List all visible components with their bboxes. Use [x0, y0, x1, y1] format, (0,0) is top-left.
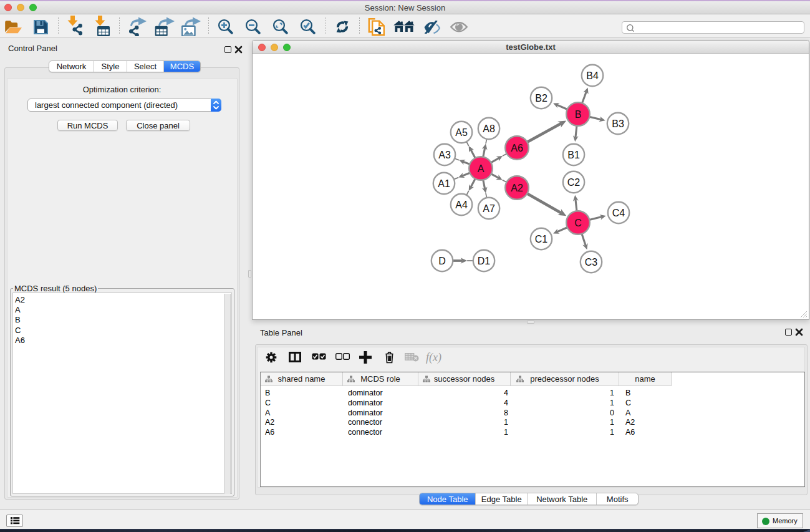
svg-text:A6: A6: [511, 143, 523, 153]
svg-text:A4: A4: [455, 200, 468, 210]
svg-text:B3: B3: [612, 118, 624, 129]
svg-text:A3: A3: [438, 150, 451, 160]
svg-text:A8: A8: [483, 123, 495, 134]
svg-text:B: B: [575, 109, 582, 120]
svg-text:C2: C2: [567, 177, 581, 188]
svg-text:A2: A2: [511, 183, 523, 193]
svg-text:A: A: [478, 163, 485, 174]
svg-text:B4: B4: [586, 70, 599, 81]
svg-text:A1: A1: [438, 178, 450, 189]
svg-text:D: D: [438, 256, 446, 266]
svg-text:C: C: [574, 218, 582, 228]
svg-text:A7: A7: [483, 203, 495, 214]
svg-text:D1: D1: [478, 256, 491, 266]
svg-text:A5: A5: [455, 127, 468, 138]
svg-text:C1: C1: [535, 234, 548, 244]
svg-text:C3: C3: [585, 257, 598, 268]
svg-text:B1: B1: [567, 150, 580, 160]
svg-text:C4: C4: [612, 208, 625, 218]
svg-text:B2: B2: [535, 93, 547, 104]
